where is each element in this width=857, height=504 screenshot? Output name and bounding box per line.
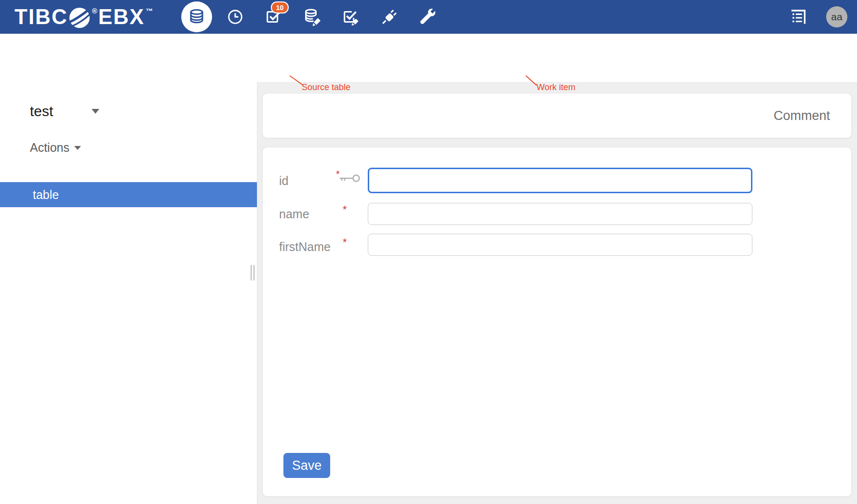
- history-button[interactable]: [216, 0, 254, 34]
- required-marker-id: *: [336, 169, 340, 180]
- avatar-initials: aa: [831, 11, 842, 23]
- registered-mark: ®: [92, 7, 97, 15]
- save-button[interactable]: Save: [283, 453, 330, 478]
- selected-icon-circle: [181, 1, 212, 32]
- name-field[interactable]: [368, 203, 752, 225]
- chevron-down-icon: [92, 109, 99, 114]
- field-label-firstname: firstName: [279, 240, 331, 254]
- plug-icon: [380, 8, 399, 26]
- sidebar-item-label: table: [33, 188, 59, 201]
- tibco-swoosh-o-icon: [68, 7, 91, 29]
- required-marker-firstname: *: [343, 236, 347, 249]
- firstname-field[interactable]: [368, 234, 752, 256]
- trademark-mark: ™: [146, 7, 153, 15]
- dataset-selector[interactable]: test: [30, 103, 99, 119]
- comment-button[interactable]: Comment: [774, 108, 830, 123]
- field-label-id: id: [279, 174, 288, 188]
- dataspaces-button[interactable]: [177, 0, 216, 34]
- actions-menu-label: Actions: [30, 141, 69, 155]
- annotation-work-item-label: Work item: [536, 82, 576, 93]
- list-icon: [789, 7, 808, 27]
- integration-button[interactable]: [370, 0, 409, 34]
- tibco-ebx-logo: TIBC ® EBX ™: [14, 0, 154, 34]
- breadcrumb-bar: Master Data - Reference table › Step [0]…: [0, 34, 857, 82]
- data-models-button[interactable]: [293, 0, 332, 34]
- user-avatar[interactable]: aa: [826, 6, 847, 27]
- workflow-models-button[interactable]: [332, 0, 370, 34]
- workspace: Comment id * name * firstName *: [257, 82, 857, 504]
- logo-text-ebx: EBX: [98, 0, 145, 34]
- administration-button[interactable]: [409, 0, 447, 34]
- sidebar-resize-handle[interactable]: [251, 265, 254, 280]
- sidebar-item-table[interactable]: table: [0, 182, 257, 207]
- id-field[interactable]: [368, 168, 752, 193]
- ebx-application: TIBC ® EBX ™: [0, 0, 857, 504]
- database-icon: [187, 7, 206, 27]
- database-pencil-icon: [303, 7, 322, 27]
- primary-key-indicator: *: [337, 172, 364, 187]
- sidebar: test Actions table: [0, 82, 257, 504]
- perspectives-button[interactable]: [789, 7, 808, 27]
- field-label-name: name: [279, 207, 309, 221]
- clock-icon: [226, 8, 244, 26]
- main-nav-icons: 10: [177, 0, 447, 34]
- key-icon: [337, 172, 361, 184]
- actions-menu[interactable]: Actions: [30, 141, 81, 155]
- top-bar-right: aa: [789, 0, 847, 34]
- logo-text-tibc: TIBC: [14, 0, 68, 34]
- required-marker-name: *: [343, 203, 347, 216]
- chevron-down-icon: [74, 146, 81, 150]
- workflow-toolbar-panel: Comment: [262, 93, 852, 138]
- check-pencil-icon: [342, 8, 360, 26]
- dataset-selector-label: test: [30, 103, 53, 119]
- annotation-source-table-label: Source table: [302, 82, 350, 93]
- top-app-bar: TIBC ® EBX ™: [0, 0, 857, 34]
- tasks-count-badge: 10: [271, 1, 289, 13]
- new-record-form-panel: id * name * firstName * Save: [262, 147, 852, 497]
- wrench-icon: [419, 8, 437, 26]
- workflow-tasks-button[interactable]: 10: [254, 0, 293, 34]
